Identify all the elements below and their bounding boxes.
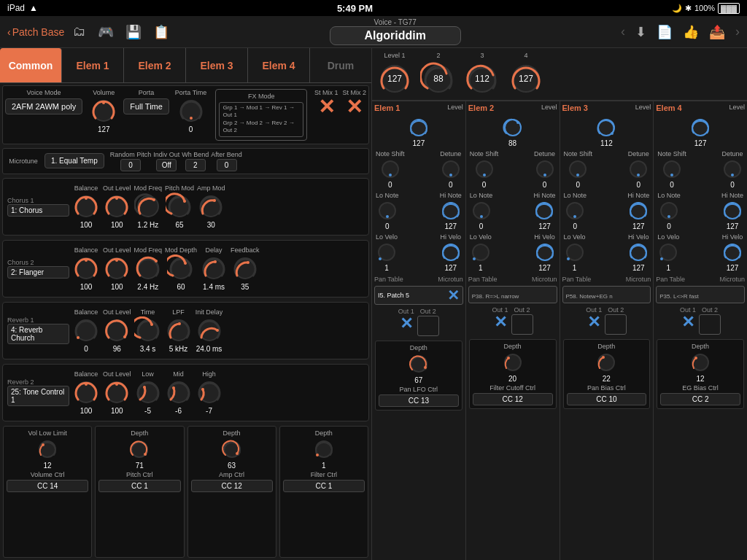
tab-elem1[interactable]: Elem 1 bbox=[62, 48, 124, 82]
mt-v3[interactable]: 2 bbox=[185, 159, 206, 171]
nav-download-icon[interactable]: ⬇ bbox=[635, 24, 646, 40]
porta-time-knob[interactable] bbox=[177, 97, 205, 125]
elem1-patch-label[interactable]: I5. Patch 5 bbox=[378, 292, 409, 299]
tab-drum[interactable]: Drum bbox=[310, 48, 371, 82]
level-3-knob[interactable]: 112 bbox=[464, 61, 500, 97]
chorus2-preset[interactable]: 2: Flanger bbox=[7, 266, 69, 279]
panbias-cc[interactable]: CC 10 bbox=[567, 393, 647, 405]
r1-time-knob[interactable] bbox=[134, 316, 162, 344]
c2-delay-knob[interactable] bbox=[200, 254, 228, 282]
e2-ns-knob[interactable] bbox=[473, 158, 495, 180]
r1-outlevel-knob[interactable] bbox=[103, 316, 131, 344]
amp-ctrl-cc[interactable]: CC 12 bbox=[191, 480, 273, 492]
save-icon[interactable]: 💾 bbox=[125, 24, 142, 40]
egbias-knob[interactable] bbox=[689, 351, 711, 373]
egbias-cc[interactable]: CC 2 bbox=[660, 393, 740, 405]
reverb2-preset[interactable]: 25: Tone Control 1 bbox=[7, 386, 69, 406]
elem1-x-button[interactable]: ✕ bbox=[447, 288, 460, 303]
amp-ctrl-knob[interactable] bbox=[221, 438, 243, 460]
elem3-patch-box[interactable]: P58. Notew+EG n bbox=[562, 286, 651, 303]
c2-modfreq-knob[interactable] bbox=[134, 254, 162, 282]
e4-lv-knob[interactable] bbox=[657, 241, 679, 263]
e2-hv-knob[interactable] bbox=[534, 241, 556, 263]
controller-icon[interactable]: 🎮 bbox=[98, 24, 114, 40]
clipboard-icon[interactable]: 📋 bbox=[153, 24, 169, 40]
e2-lo-knob[interactable] bbox=[471, 200, 492, 222]
nav-upload-icon[interactable]: 📤 bbox=[709, 24, 725, 40]
panlfo-cc[interactable]: CC 13 bbox=[379, 394, 459, 407]
microtune-preset[interactable]: 1. Equal Temp bbox=[44, 153, 104, 168]
panbias-knob[interactable] bbox=[595, 351, 617, 373]
mt-v2[interactable]: Off bbox=[156, 159, 177, 171]
e2-lv-knob[interactable] bbox=[470, 241, 492, 263]
e2-hi-knob[interactable] bbox=[533, 200, 555, 222]
filtercutoff-knob[interactable] bbox=[502, 351, 524, 373]
elem4-level-knob[interactable] bbox=[689, 117, 711, 139]
e4-lo-knob[interactable] bbox=[658, 200, 680, 222]
mt-v1[interactable]: 0 bbox=[120, 159, 141, 171]
c2-outlevel-knob[interactable] bbox=[103, 254, 131, 282]
c2-moddepth-knob[interactable] bbox=[167, 254, 195, 282]
elem1-level-knob[interactable] bbox=[408, 117, 430, 139]
e4-out1-btn[interactable]: ✕ bbox=[681, 314, 694, 330]
level-4-knob[interactable]: 127 bbox=[508, 61, 544, 97]
e4-hv-knob[interactable] bbox=[721, 241, 743, 263]
nav-share-icon[interactable]: 👍 bbox=[683, 24, 699, 40]
back-button[interactable]: ‹ Patch Base bbox=[7, 26, 64, 38]
e4-dt-knob[interactable] bbox=[721, 158, 743, 180]
e4-hi-knob[interactable] bbox=[721, 200, 743, 222]
filter-ctrl-cc[interactable]: CC 1 bbox=[283, 480, 365, 492]
elem3-level-knob[interactable] bbox=[595, 117, 617, 139]
panlfo-knob[interactable] bbox=[408, 353, 430, 375]
e3-ns-knob[interactable] bbox=[567, 158, 589, 180]
r1-initdelay-knob[interactable] bbox=[196, 316, 223, 344]
nav-right-arrow[interactable]: › bbox=[735, 24, 740, 40]
e1-ns-knob[interactable] bbox=[379, 158, 401, 180]
c2-feedback-knob[interactable] bbox=[231, 254, 259, 282]
st-mix-2-button[interactable]: ✕ bbox=[346, 97, 363, 117]
nav-left-arrow[interactable]: ‹ bbox=[621, 24, 625, 40]
e3-out1-btn[interactable]: ✕ bbox=[587, 314, 600, 330]
vol-low-limit-knob[interactable] bbox=[36, 438, 58, 460]
e2-dt-knob[interactable] bbox=[534, 158, 556, 180]
tab-elem2[interactable]: Elem 2 bbox=[124, 48, 186, 82]
elem2-patch-box[interactable]: P38. R=>L narrow bbox=[468, 286, 557, 303]
st-mix-1-button[interactable]: ✕ bbox=[318, 97, 335, 117]
r2-low-knob[interactable] bbox=[134, 378, 162, 406]
e4-ns-knob[interactable] bbox=[661, 158, 683, 180]
r2-high-knob[interactable] bbox=[196, 378, 223, 406]
c1-outlevel-knob[interactable] bbox=[103, 192, 131, 220]
elem2-level-knob[interactable] bbox=[502, 117, 524, 139]
volume-knob[interactable] bbox=[90, 97, 117, 125]
pitch-ctrl-cc[interactable]: CC 1 bbox=[98, 480, 180, 492]
e1-out1-btn[interactable]: ✕ bbox=[400, 316, 413, 332]
e1-lo-knob[interactable] bbox=[376, 200, 398, 222]
e3-dt-knob[interactable] bbox=[627, 158, 649, 180]
level-1-knob[interactable]: 127 bbox=[376, 61, 413, 97]
chorus1-preset[interactable]: 1: Chorus bbox=[7, 204, 69, 217]
elem4-patch-box[interactable]: P35. L<>R fast bbox=[656, 286, 745, 303]
e3-hv-knob[interactable] bbox=[627, 241, 649, 263]
c2-balance-knob[interactable] bbox=[72, 254, 100, 282]
tab-common[interactable]: Common bbox=[0, 48, 62, 82]
nav-doc-icon[interactable]: 📄 bbox=[657, 24, 673, 40]
tab-elem3[interactable]: Elem 3 bbox=[186, 48, 248, 82]
e1-hv-knob[interactable] bbox=[440, 241, 462, 263]
vol-ctrl-cc[interactable]: CC 14 bbox=[7, 480, 88, 492]
pitch-ctrl-knob[interactable] bbox=[128, 438, 150, 460]
e3-lo-knob[interactable] bbox=[564, 200, 586, 222]
e3-hi-knob[interactable] bbox=[627, 200, 649, 222]
e1-hi-knob[interactable] bbox=[440, 200, 462, 222]
e2-out1-btn[interactable]: ✕ bbox=[494, 314, 507, 330]
filtercutoff-cc[interactable]: CC 12 bbox=[473, 393, 553, 405]
level-2-knob[interactable]: 88 bbox=[420, 61, 457, 97]
reverb1-preset[interactable]: 4: Reverb Church bbox=[7, 324, 69, 344]
c1-pitchmod-knob[interactable] bbox=[166, 192, 193, 220]
c1-ampmod-knob[interactable] bbox=[197, 192, 225, 220]
mt-v4[interactable]: 0 bbox=[217, 159, 237, 171]
r2-mid-knob[interactable] bbox=[165, 378, 193, 406]
c1-modfreq-knob[interactable] bbox=[134, 192, 162, 220]
r2-balance-knob[interactable] bbox=[72, 378, 100, 406]
e3-lv-knob[interactable] bbox=[564, 241, 586, 263]
c1-balance-knob[interactable] bbox=[72, 192, 100, 220]
